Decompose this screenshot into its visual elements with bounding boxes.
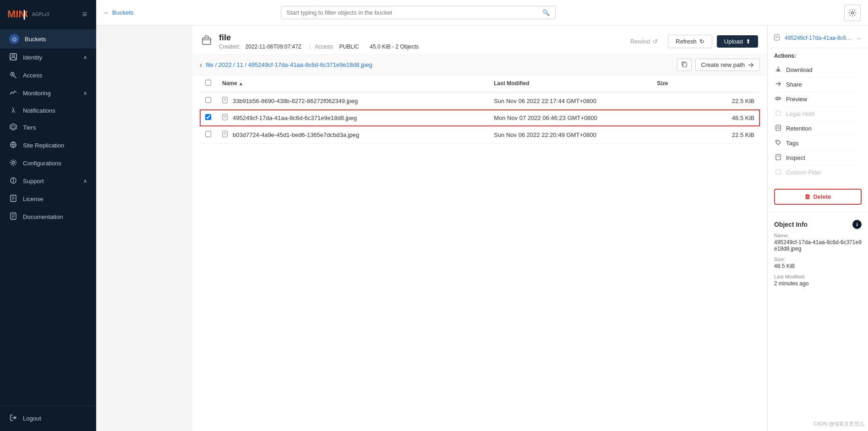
row-checkbox[interactable] <box>205 114 211 120</box>
sidebar-item-site-replication[interactable]: Site Replication <box>0 136 96 154</box>
rp-tags-action[interactable]: Tags <box>774 136 862 151</box>
sidebar-item-buckets[interactable]: ⊙ Buckets <box>0 29 96 49</box>
svg-marker-7 <box>10 124 16 130</box>
upload-button[interactable]: Upload ⬆ <box>717 35 758 48</box>
configurations-icon <box>9 159 17 168</box>
sidebar-item-notifications[interactable]: λ Notifications <box>0 102 96 119</box>
path-back-button[interactable]: ‹ <box>200 61 202 69</box>
create-path-icon <box>748 62 754 68</box>
rp-preview-action[interactable]: Preview <box>774 92 862 107</box>
preview-label: Preview <box>786 96 807 103</box>
row-name-cell: 495249cf-17da-41aa-8c6d-6c371e9e18d8.jpe… <box>217 109 488 126</box>
rewind-button[interactable]: Rewind ↺ <box>625 35 663 48</box>
sidebar-item-label: Notifications <box>23 107 55 114</box>
row-checkbox-cell <box>200 109 217 126</box>
size-column-header[interactable]: Size <box>651 75 760 92</box>
sidebar-item-license[interactable]: License <box>0 190 96 208</box>
rp-retention-action[interactable]: Retention <box>774 121 862 136</box>
row-checkbox-cell <box>200 126 217 143</box>
buckets-icon: ⊙ <box>9 34 19 44</box>
file-icon <box>222 114 229 122</box>
modified-column-header[interactable]: Last Modified <box>488 75 651 92</box>
right-panel-header: 495249cf-17da-41aa-8c6d-6c3... → <box>768 31 868 48</box>
share-label: Share <box>786 81 802 88</box>
object-size-value: 48.5 KiB <box>774 263 862 269</box>
support-icon <box>9 177 17 185</box>
sidebar-item-identity[interactable]: Identity ∧ <box>0 49 96 66</box>
table-header: Name Last Modified Size <box>200 75 760 92</box>
sidebar-item-label: Monitoring <box>23 90 51 97</box>
rp-expand-button[interactable]: → <box>856 35 862 42</box>
rp-custom-filter-action[interactable]: Custom Filter <box>774 165 862 180</box>
back-label: Buckets <box>112 9 133 16</box>
row-checkbox[interactable] <box>205 131 211 137</box>
gear-icon <box>848 9 857 17</box>
object-size-row: Size: 48.5 KiB <box>774 256 862 269</box>
rp-download-action[interactable]: Download <box>774 63 862 77</box>
row-checkbox-cell <box>200 92 217 109</box>
sidebar-item-access[interactable]: Access <box>0 66 96 84</box>
bucket-info: file Created: 2022-11-06T09:07:47Z | Acc… <box>219 33 422 50</box>
svg-point-43 <box>777 141 778 142</box>
sidebar: MIN | O AGPLv3 ≡ ⊙ Buckets Identity ∧ Ac <box>0 0 96 431</box>
custom-filter-label: Custom Filter <box>786 169 821 176</box>
topbar: ← Buckets 🔍 <box>96 0 868 26</box>
sidebar-item-label: Support <box>23 178 44 185</box>
rp-actions-title: Actions: <box>774 53 862 59</box>
svg-point-6 <box>12 74 13 75</box>
file-name: 33b91b56-8690-438b-8272-86272f062349.jpe… <box>233 98 358 104</box>
svg-text:O: O <box>25 8 27 20</box>
sidebar-collapse-button[interactable]: ≡ <box>80 8 89 21</box>
sidebar-item-monitoring[interactable]: Monitoring ∧ <box>0 84 96 102</box>
sidebar-item-tiers[interactable]: Tiers <box>0 119 96 136</box>
inspect-label: Inspect <box>786 154 805 161</box>
sidebar-item-documentation[interactable]: Documentation <box>0 208 96 226</box>
svg-rect-40 <box>776 125 781 131</box>
row-checkbox[interactable] <box>205 97 211 103</box>
documentation-icon <box>9 213 17 221</box>
delete-button[interactable]: 🗑 Delete <box>774 189 862 205</box>
row-size-cell: 22.5 KiB <box>651 126 760 143</box>
retention-icon <box>774 125 782 132</box>
table-row[interactable]: 495249cf-17da-41aa-8c6d-6c371e9e18d8.jpe… <box>200 109 760 126</box>
sidebar-item-logout[interactable]: Logout <box>0 409 96 427</box>
object-info-badge: i <box>852 220 862 229</box>
sidebar-item-configurations[interactable]: Configurations <box>0 154 96 172</box>
object-name-label: Name: <box>774 233 862 238</box>
file-icon <box>222 97 229 105</box>
select-all-header <box>200 75 217 92</box>
right-panel: 495249cf-17da-41aa-8c6d-6c3... → Actions… <box>767 26 868 431</box>
file-table-wrap: Name Last Modified Size <box>192 75 767 431</box>
file-table: Name Last Modified Size <box>200 75 760 143</box>
sidebar-item-label: Access <box>23 72 42 79</box>
file-icon <box>222 131 229 139</box>
sidebar-bottom: Logout <box>0 405 96 431</box>
sidebar-item-label: Documentation <box>23 213 63 220</box>
rp-share-action[interactable]: Share <box>774 77 862 92</box>
row-modified-cell: Mon Nov 07 2022 06:46:23 GMT+0800 <box>488 109 651 126</box>
sidebar-item-support[interactable]: Support ∧ <box>0 172 96 190</box>
table-row[interactable]: 33b91b56-8690-438b-8272-86272f062349.jpe… <box>200 92 760 109</box>
back-to-buckets-button[interactable]: ← Buckets <box>104 9 133 16</box>
sidebar-item-label: Logout <box>23 415 41 422</box>
search-input[interactable] <box>287 9 539 16</box>
refresh-button[interactable]: Refresh ↻ <box>668 35 712 48</box>
access-icon <box>9 71 17 80</box>
settings-button[interactable] <box>844 5 861 21</box>
copy-path-button[interactable] <box>677 59 692 71</box>
identity-icon <box>9 53 17 62</box>
object-info: Object Info i Name: 495249cf-17da-41aa-8… <box>768 215 868 296</box>
size-objects: 45.0 KiB - 2 Objects <box>370 44 419 50</box>
created-value: 2022-11-06T09:07:47Z <box>245 44 301 50</box>
rp-legal-hold-action[interactable]: Legal Hold <box>774 107 862 121</box>
svg-point-22 <box>852 11 854 14</box>
download-icon <box>774 66 782 74</box>
create-new-path-button[interactable]: Create new path <box>695 59 760 71</box>
monitoring-chevron-icon: ∧ <box>83 90 87 96</box>
minio-logo-icon: MIN | O <box>7 7 27 21</box>
select-all-checkbox[interactable] <box>205 80 211 86</box>
name-column-header[interactable]: Name <box>217 75 488 92</box>
table-row[interactable]: b03d7724-4a9e-45d1-bed6-1365e7dcbd3a.jpe… <box>200 126 760 143</box>
rp-inspect-action[interactable]: Inspect <box>774 151 862 165</box>
path-actions: Create new path <box>677 59 760 71</box>
